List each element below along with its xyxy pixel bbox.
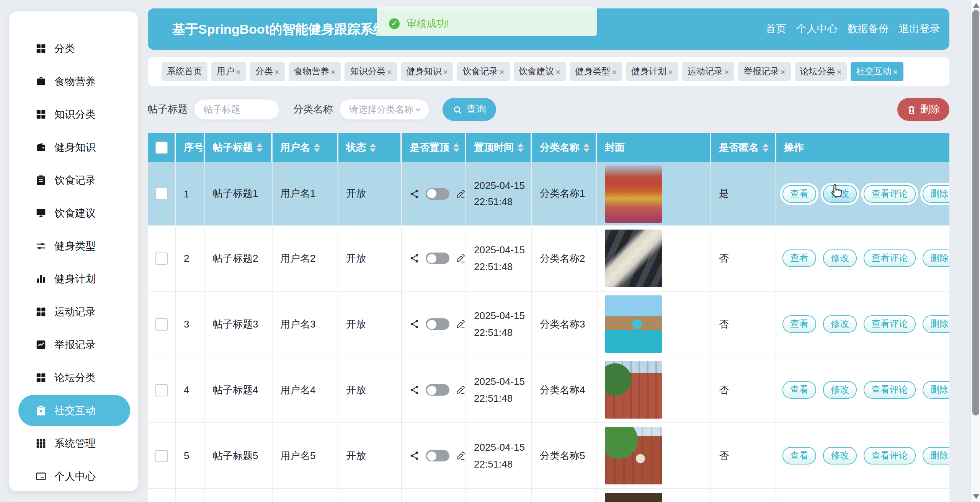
delete-button[interactable]: 删除 [897, 98, 949, 121]
sidebar-item-6[interactable]: 饮食建议 [9, 197, 138, 230]
row-action-edit-button[interactable]: 修改 [823, 447, 857, 465]
tab-3[interactable]: 分类× [250, 62, 285, 81]
scrollbar-up-arrow[interactable] [973, 3, 979, 8]
edit-pen-icon[interactable] [456, 189, 466, 199]
row-action-view-comments-button[interactable]: 查看评论 [864, 249, 916, 267]
sidebar-item-4[interactable]: 健身知识 [9, 131, 138, 164]
column-header-5[interactable]: 状态 [338, 133, 402, 162]
row-action-view-button[interactable]: 查看 [782, 315, 816, 333]
top-nav-link-4[interactable]: 退出登录 [899, 22, 940, 36]
tab-close-icon[interactable]: × [555, 67, 560, 76]
sidebar-item-8[interactable]: 健身计划 [9, 262, 138, 295]
tab-close-icon[interactable]: × [724, 67, 729, 76]
sidebar-item-13[interactable]: 系统管理 [9, 427, 138, 460]
scrollbar-down-arrow[interactable] [973, 494, 979, 499]
tab-12[interactable]: 举报记录× [738, 62, 791, 81]
column-header-7[interactable]: 置顶时间 [466, 133, 532, 162]
edit-pen-icon[interactable] [456, 319, 466, 329]
query-button[interactable]: 查询 [443, 98, 496, 121]
sidebar-item-5[interactable]: 饮食记录 [9, 164, 138, 197]
column-header-1[interactable] [148, 133, 176, 162]
row-action-view-comments-button[interactable]: 查看评论 [864, 315, 916, 333]
tab-close-icon[interactable]: × [781, 67, 786, 76]
sidebar-item-11[interactable]: 论坛分类 [9, 361, 138, 394]
row-action-view-button[interactable]: 查看 [782, 381, 816, 399]
row-checkbox[interactable] [155, 252, 168, 264]
grid-icon [35, 372, 47, 383]
tab-13[interactable]: 论坛分类× [795, 62, 847, 81]
pin-toggle[interactable] [426, 318, 449, 330]
row-action-view-button[interactable]: 查看 [782, 447, 816, 465]
sidebar-item-9[interactable]: 运动记录 [9, 295, 138, 328]
row-action-delete-button[interactable]: 删除 [923, 447, 949, 465]
edit-pen-icon[interactable] [456, 253, 466, 263]
column-header-8[interactable]: 分类名称 [532, 133, 597, 162]
top-nav-link-3[interactable]: 数据备份 [848, 22, 889, 36]
tab-close-icon[interactable]: × [331, 67, 336, 76]
scrollbar-thumb[interactable] [972, 10, 979, 416]
sidebar-item-7[interactable]: 健身类型 [9, 230, 138, 262]
row-action-edit-button[interactable]: 修改 [823, 315, 857, 333]
tab-6[interactable]: 健身知识× [401, 62, 454, 81]
row-action-edit-button[interactable]: 修改 [823, 249, 857, 267]
top-nav-link-1[interactable]: 首页 [766, 22, 786, 36]
vertical-scrollbar[interactable] [970, 0, 980, 502]
row-checkbox[interactable] [155, 187, 168, 200]
row-action-edit-button[interactable]: 修改 [823, 185, 857, 202]
tab-14[interactable]: 社交互动× [851, 62, 903, 81]
tab-close-icon[interactable]: × [443, 67, 448, 76]
tab-close-icon[interactable]: × [499, 67, 504, 76]
category-select-placeholder: 请选择分类名称 [349, 103, 413, 116]
sort-carets-icon [314, 143, 320, 152]
tab-11[interactable]: 运动记录× [682, 62, 735, 81]
row-checkbox[interactable] [155, 450, 168, 462]
tab-5[interactable]: 知识分类× [345, 62, 397, 81]
tab-close-icon[interactable]: × [893, 67, 898, 76]
category-select[interactable]: 请选择分类名称 [339, 99, 430, 120]
column-header-4[interactable]: 用户名 [273, 133, 338, 162]
edit-pen-icon[interactable] [456, 385, 466, 395]
post-title-input[interactable] [194, 99, 279, 120]
tab-2[interactable]: 用户× [211, 62, 246, 81]
row-action-view-comments-button[interactable]: 查看评论 [864, 185, 916, 202]
pin-toggle[interactable] [426, 188, 449, 199]
sidebar-item-1[interactable]: 分类 [9, 32, 138, 65]
tab-4[interactable]: 食物营养× [289, 62, 341, 81]
pin-toggle[interactable] [426, 253, 449, 264]
row-action-delete-button[interactable]: 删除 [923, 185, 949, 202]
tab-8[interactable]: 饮食建议× [513, 62, 566, 81]
column-header-10[interactable]: 是否匿名 [711, 133, 776, 162]
tab-10[interactable]: 健身计划× [626, 62, 678, 81]
pin-toggle[interactable] [426, 384, 449, 396]
column-header-3[interactable]: 帖子标题 [205, 133, 273, 162]
sidebar-item-2[interactable]: 食物营养 [9, 65, 138, 98]
tab-close-icon[interactable]: × [668, 67, 673, 76]
pin-toggle[interactable] [426, 450, 449, 461]
top-nav-link-2[interactable]: 个人中心 [796, 22, 838, 36]
row-action-edit-button[interactable]: 修改 [823, 381, 857, 399]
row-action-delete-button[interactable]: 删除 [923, 249, 949, 267]
column-header-6[interactable]: 是否置顶 [402, 133, 466, 162]
edit-pen-icon[interactable] [456, 451, 466, 461]
tab-1[interactable]: 系统首页 [162, 62, 207, 81]
select-all-checkbox[interactable] [155, 142, 167, 154]
row-checkbox[interactable] [155, 384, 168, 396]
tab-close-icon[interactable]: × [274, 67, 279, 76]
row-action-delete-button[interactable]: 删除 [923, 381, 949, 399]
sidebar-item-14[interactable]: 个人中心 [9, 460, 138, 493]
tab-7[interactable]: 饮食记录× [457, 62, 510, 81]
tab-close-icon[interactable]: × [612, 67, 617, 76]
row-checkbox[interactable] [155, 318, 168, 330]
tab-close-icon[interactable]: × [837, 67, 842, 76]
row-action-view-button[interactable]: 查看 [782, 249, 816, 267]
sidebar-item-12[interactable]: 社交互动 [18, 395, 130, 426]
row-action-view-comments-button[interactable]: 查看评论 [864, 447, 916, 465]
tab-close-icon[interactable]: × [387, 67, 392, 76]
row-action-view-button[interactable]: 查看 [782, 185, 816, 202]
row-action-delete-button[interactable]: 删除 [923, 315, 949, 333]
row-action-view-comments-button[interactable]: 查看评论 [864, 381, 916, 399]
sidebar-item-10[interactable]: 举报记录 [9, 328, 138, 361]
sidebar-item-3[interactable]: 知识分类 [9, 98, 138, 131]
tab-close-icon[interactable]: × [236, 67, 241, 76]
tab-9[interactable]: 健身类型× [570, 62, 622, 81]
